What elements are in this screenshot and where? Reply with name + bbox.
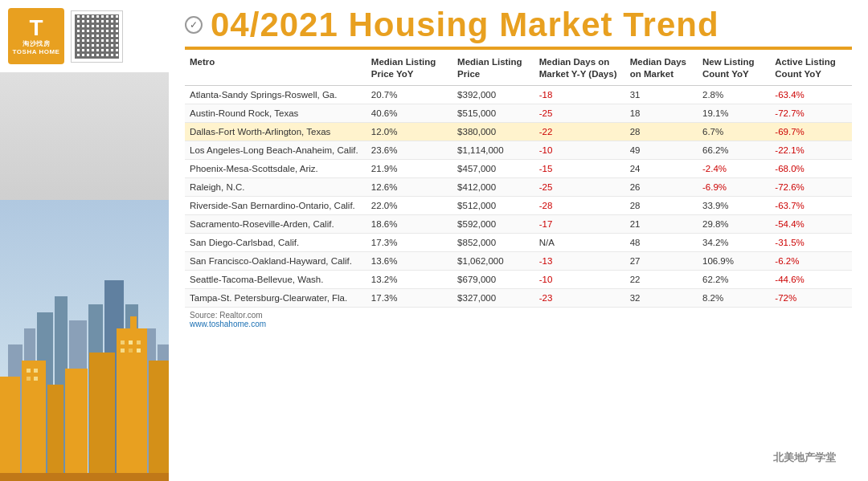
cell-mdom_yy: -17 (534, 215, 625, 234)
cell-nlc_yoy: 33.9% (698, 197, 770, 215)
svg-rect-15 (89, 353, 115, 481)
svg-rect-26 (121, 349, 125, 353)
cell-mlp: $512,000 (452, 197, 534, 215)
cell-alc_yoy: -6.2% (770, 252, 852, 271)
cell-metro: Dallas-Fort Worth-Arlington, Texas (185, 123, 366, 141)
svg-rect-17 (130, 316, 137, 332)
cell-mdom_yy: -10 (534, 141, 625, 160)
cell-metro: San Diego-Carlsbad, Calif. (185, 234, 366, 252)
cell-mdom_yy: -22 (534, 123, 625, 141)
cell-mdom: 28 (625, 123, 698, 141)
cell-nlc_yoy: 2.8% (698, 86, 770, 104)
svg-rect-11 (0, 377, 20, 481)
table-row: Atlanta-Sandy Springs-Roswell, Ga.20.7%$… (185, 86, 852, 104)
cell-metro: Sacramento-Roseville-Arden, Calif. (185, 215, 366, 234)
cell-mlp_yoy: 13.2% (366, 271, 452, 289)
cell-alc_yoy: -44.6% (770, 271, 852, 289)
col-mdom: Median Days on Market (625, 50, 698, 85)
cell-mlp_yoy: 18.6% (366, 215, 452, 234)
table-row: Seattle-Tacoma-Bellevue, Wash.13.2%$679,… (185, 271, 852, 289)
cell-mlp_yoy: 23.6% (366, 141, 452, 160)
source-link: www.toshahome.com (190, 320, 266, 328)
cell-nlc_yoy: 6.7% (698, 123, 770, 141)
svg-rect-21 (27, 377, 31, 381)
cell-mdom: 31 (625, 86, 698, 104)
cell-metro: Phoenix-Mesa-Scottsdale, Ariz. (185, 160, 366, 178)
cell-mlp: $1,062,000 (452, 252, 534, 271)
cell-mdom: 21 (625, 215, 698, 234)
data-table-container: Metro Median Listing Price YoY Median Li… (169, 50, 868, 481)
cell-metro: Riverside-San Bernardino-Ontario, Calif. (185, 197, 366, 215)
page-title: 04/2021 Housing Market Trend (211, 6, 719, 43)
cell-nlc_yoy: 29.8% (698, 215, 770, 234)
cell-mdom_yy: -23 (534, 289, 625, 308)
logo-chinese: 淘沙找房 (23, 39, 50, 48)
col-mlp: Median Listing Price (452, 50, 534, 85)
logo-english: TOSHA HOME (13, 48, 60, 55)
table-row: San Francisco-Oakland-Hayward, Calif.13.… (185, 252, 852, 271)
cell-nlc_yoy: 19.1% (698, 104, 770, 123)
table-row: Tampa-St. Petersburg-Clearwater, Fla.17.… (185, 289, 852, 308)
cell-alc_yoy: -68.0% (770, 160, 852, 178)
cell-mlp: $1,114,000 (452, 141, 534, 160)
cell-mdom: 26 (625, 178, 698, 197)
col-alc-yoy: Active Listing Count YoY (770, 50, 852, 85)
svg-rect-28 (137, 349, 141, 353)
cell-mlp_yoy: 17.3% (366, 289, 452, 308)
source-text: Source: Realtor.com (190, 311, 263, 320)
cell-mdom_yy: -28 (534, 197, 625, 215)
cell-metro: Raleigh, N.C. (185, 178, 366, 197)
cell-mlp_yoy: 12.0% (366, 123, 452, 141)
svg-rect-20 (34, 369, 38, 373)
svg-rect-29 (0, 473, 169, 481)
svg-rect-19 (27, 369, 31, 373)
check-icon: ✓ (185, 16, 203, 34)
cell-mlp: $515,000 (452, 104, 534, 123)
cell-mdom: 48 (625, 234, 698, 252)
cell-mlp_yoy: 17.3% (366, 234, 452, 252)
logo-letter: T (29, 17, 43, 39)
table-row: Sacramento-Roseville-Arden, Calif.18.6%$… (185, 215, 852, 234)
cell-nlc_yoy: -6.9% (698, 178, 770, 197)
cell-metro: Seattle-Tacoma-Bellevue, Wash. (185, 271, 366, 289)
header: ✓ 04/2021 Housing Market Trend (169, 0, 868, 47)
table-row: Austin-Round Rock, Texas40.6%$515,000-25… (185, 104, 852, 123)
cell-nlc_yoy: 66.2% (698, 141, 770, 160)
cell-mdom: 28 (625, 197, 698, 215)
svg-rect-14 (65, 369, 88, 481)
table-row: Raleigh, N.C.12.6%$412,000-2526-6.9%-72.… (185, 178, 852, 197)
cell-metro: San Francisco-Oakland-Hayward, Calif. (185, 252, 366, 271)
logo-box: T 淘沙找房 TOSHA HOME (8, 8, 64, 64)
svg-rect-25 (137, 340, 141, 344)
cell-mdom: 18 (625, 104, 698, 123)
cell-metro: Austin-Round Rock, Texas (185, 104, 366, 123)
cell-mdom_yy: N/A (534, 234, 625, 252)
cell-alc_yoy: -69.7% (770, 123, 852, 141)
table-body: Atlanta-Sandy Springs-Roswell, Ga.20.7%$… (185, 86, 852, 308)
cell-mlp_yoy: 12.6% (366, 178, 452, 197)
cell-mdom_yy: -13 (534, 252, 625, 271)
housing-data-table: Metro Median Listing Price YoY Median Li… (185, 50, 852, 308)
cell-mlp_yoy: 21.9% (366, 160, 452, 178)
col-nlc-yoy: New Listing Count YoY (698, 50, 770, 85)
source-note: Source: Realtor.com www.toshahome.com (185, 308, 852, 330)
cell-mdom_yy: -25 (534, 178, 625, 197)
cell-alc_yoy: -72% (770, 289, 852, 308)
cell-metro: Atlanta-Sandy Springs-Roswell, Ga. (185, 86, 366, 104)
main-content: ✓ 04/2021 Housing Market Trend Metro Med… (169, 0, 868, 481)
table-row: Riverside-San Bernardino-Ontario, Calif.… (185, 197, 852, 215)
svg-rect-27 (129, 349, 133, 353)
table-row: Los Angeles-Long Beach-Anaheim, Calif.23… (185, 141, 852, 160)
cell-mlp: $412,000 (452, 178, 534, 197)
svg-rect-22 (34, 377, 38, 381)
col-mlp-yoy: Median Listing Price YoY (366, 50, 452, 85)
cell-mlp_yoy: 40.6% (366, 104, 452, 123)
cell-metro: Los Angeles-Long Beach-Anaheim, Calif. (185, 141, 366, 160)
cell-mlp_yoy: 20.7% (366, 86, 452, 104)
cell-mlp: $380,000 (452, 123, 534, 141)
cell-mdom: 32 (625, 289, 698, 308)
cell-alc_yoy: -72.7% (770, 104, 852, 123)
cell-alc_yoy: -22.1% (770, 141, 852, 160)
cell-alc_yoy: -54.4% (770, 215, 852, 234)
cell-mdom_yy: -10 (534, 271, 625, 289)
